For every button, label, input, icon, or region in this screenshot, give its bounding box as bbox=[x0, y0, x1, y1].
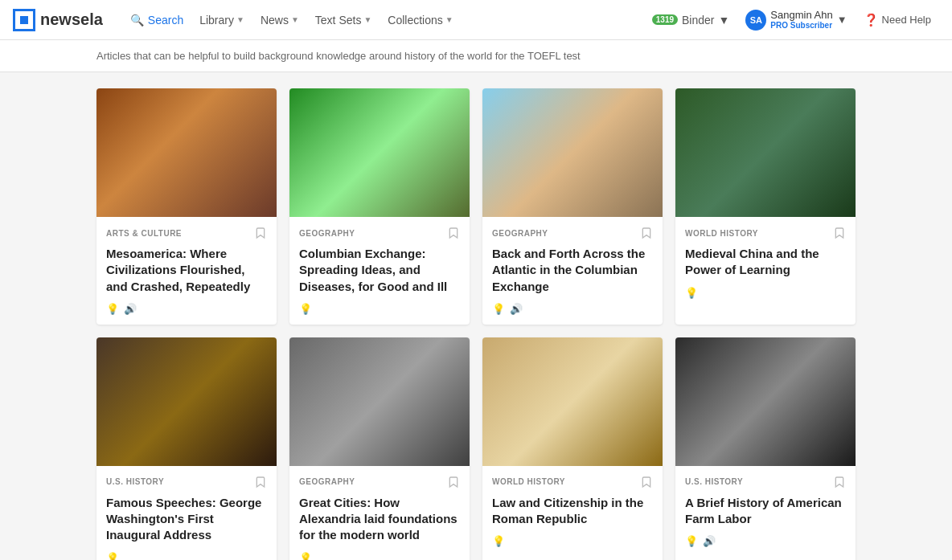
card-title: Great Cities: How Alexandria laid founda… bbox=[299, 495, 460, 544]
collections-chevron: ▼ bbox=[445, 15, 453, 24]
card-body: ARTS & CULTURE Mesoamerica: Where Civili… bbox=[96, 217, 277, 325]
card-image-great-cities bbox=[289, 337, 470, 466]
card-body: WORLD HISTORY Medieval China and the Pow… bbox=[675, 217, 856, 309]
card-title: Columbian Exchange: Spreading Ideas, and… bbox=[299, 246, 460, 295]
card-body: GEOGRAPHY Great Cities: How Alexandria l… bbox=[289, 466, 470, 560]
bookmark-icon[interactable] bbox=[254, 227, 267, 239]
card-title: Mesoamerica: Where Civilizations Flouris… bbox=[106, 246, 267, 295]
card-header-row: GEOGRAPHY bbox=[492, 227, 653, 239]
user-menu[interactable]: SA Sangmin Ahn PRO Subscriber ▼ bbox=[737, 4, 855, 36]
card-title: Back and Forth Across the Atlantic in th… bbox=[492, 246, 653, 295]
binder-button[interactable]: 1319 Binder ▼ bbox=[644, 9, 738, 31]
bookmark-icon[interactable] bbox=[833, 476, 846, 488]
textsets-label: Text Sets bbox=[315, 14, 362, 27]
logo[interactable]: newsela bbox=[13, 9, 103, 31]
card-image-medieval-china bbox=[675, 88, 856, 217]
subtitle-text: Articles that can be helpful to build ba… bbox=[96, 50, 581, 62]
card-body: U.S. HISTORY A Brief History of American… bbox=[675, 466, 856, 558]
card-category: WORLD HISTORY bbox=[685, 229, 758, 238]
card-category: U.S. HISTORY bbox=[106, 477, 164, 486]
card-header-row: WORLD HISTORY bbox=[685, 227, 846, 239]
bookmark-icon[interactable] bbox=[833, 227, 846, 239]
logo-square bbox=[13, 9, 35, 31]
idea-icon: 💡 bbox=[685, 287, 698, 299]
card-header-row: WORLD HISTORY bbox=[492, 476, 653, 488]
card-image-back-forth-atlantic bbox=[482, 88, 663, 217]
textsets-menu[interactable]: Text Sets ▼ bbox=[307, 9, 380, 31]
card-title: Law and Citizenship in the Roman Republi… bbox=[492, 495, 653, 528]
collections-label: Collections bbox=[388, 14, 442, 27]
library-menu[interactable]: Library ▼ bbox=[191, 9, 252, 31]
idea-icon: 💡 bbox=[492, 535, 505, 547]
search-button[interactable]: 🔍 Search bbox=[122, 9, 191, 31]
card-category: GEOGRAPHY bbox=[492, 229, 548, 238]
binder-count-badge: 1319 bbox=[652, 14, 678, 25]
textsets-chevron: ▼ bbox=[363, 15, 371, 24]
collections-menu[interactable]: Collections ▼ bbox=[380, 9, 461, 31]
audio-icon: 🔊 bbox=[124, 303, 137, 315]
card-body: GEOGRAPHY Columbian Exchange: Spreading … bbox=[289, 217, 470, 325]
card-category: U.S. HISTORY bbox=[685, 477, 743, 486]
news-menu[interactable]: News ▼ bbox=[252, 9, 307, 31]
card-famous-speeches[interactable]: U.S. HISTORY Famous Speeches: George Was… bbox=[96, 337, 277, 560]
idea-icon: 💡 bbox=[299, 552, 312, 561]
card-mesoamerica[interactable]: ARTS & CULTURE Mesoamerica: Where Civili… bbox=[96, 88, 277, 325]
library-label: Library bbox=[199, 14, 234, 27]
idea-icon: 💡 bbox=[106, 552, 119, 561]
card-header-row: ARTS & CULTURE bbox=[106, 227, 267, 239]
card-footer: 💡 bbox=[299, 552, 460, 561]
help-label: Need Help bbox=[882, 14, 931, 26]
card-footer: 💡 bbox=[492, 535, 653, 547]
audio-icon: 🔊 bbox=[510, 303, 523, 315]
avatar: SA bbox=[745, 10, 766, 31]
idea-icon: 💡 bbox=[299, 303, 312, 315]
card-footer: 💡 🔊 bbox=[685, 535, 846, 547]
card-image-columbian-exchange bbox=[289, 88, 470, 217]
user-chevron: ▼ bbox=[837, 14, 847, 26]
bookmark-icon[interactable] bbox=[254, 476, 267, 488]
bookmark-icon[interactable] bbox=[447, 476, 460, 488]
user-name: Sangmin Ahn bbox=[770, 9, 832, 22]
pro-badge: PRO Subscriber bbox=[770, 21, 832, 31]
card-footer: 💡 bbox=[299, 303, 460, 315]
bookmark-icon[interactable] bbox=[640, 476, 653, 488]
search-icon: 🔍 bbox=[130, 14, 144, 27]
card-image-mesoamerica bbox=[96, 88, 277, 217]
search-label: Search bbox=[148, 14, 183, 27]
bookmark-icon[interactable] bbox=[447, 227, 460, 239]
card-image-famous-speeches bbox=[96, 337, 277, 466]
card-header-row: U.S. HISTORY bbox=[685, 476, 846, 488]
idea-icon: 💡 bbox=[492, 303, 505, 315]
card-image-farm-labor bbox=[675, 337, 856, 466]
idea-icon: 💡 bbox=[106, 303, 119, 315]
card-medieval-china[interactable]: WORLD HISTORY Medieval China and the Pow… bbox=[675, 88, 856, 325]
card-header-row: U.S. HISTORY bbox=[106, 476, 267, 488]
card-body: WORLD HISTORY Law and Citizenship in the… bbox=[482, 466, 663, 558]
card-footer: 💡 bbox=[106, 552, 267, 561]
card-back-forth-atlantic[interactable]: GEOGRAPHY Back and Forth Across the Atla… bbox=[482, 88, 663, 325]
news-label: News bbox=[261, 14, 289, 27]
card-columbian-exchange[interactable]: GEOGRAPHY Columbian Exchange: Spreading … bbox=[289, 88, 470, 325]
news-chevron: ▼ bbox=[291, 15, 299, 24]
help-button[interactable]: ❓ Need Help bbox=[856, 8, 939, 32]
idea-icon: 💡 bbox=[685, 535, 698, 547]
card-header-row: GEOGRAPHY bbox=[299, 227, 460, 239]
card-category: WORLD HISTORY bbox=[492, 477, 565, 486]
card-body: U.S. HISTORY Famous Speeches: George Was… bbox=[96, 466, 277, 560]
main-content: ARTS & CULTURE Mesoamerica: Where Civili… bbox=[0, 72, 952, 560]
library-chevron: ▼ bbox=[236, 15, 244, 24]
card-great-cities[interactable]: GEOGRAPHY Great Cities: How Alexandria l… bbox=[289, 337, 470, 560]
logo-inner bbox=[20, 16, 28, 24]
binder-chevron: ▼ bbox=[718, 14, 729, 27]
audio-icon: 🔊 bbox=[703, 535, 716, 547]
card-roman-republic[interactable]: WORLD HISTORY Law and Citizenship in the… bbox=[482, 337, 663, 560]
card-footer: 💡 🔊 bbox=[106, 303, 267, 315]
card-grid: ARTS & CULTURE Mesoamerica: Where Civili… bbox=[96, 88, 856, 560]
binder-label: Binder bbox=[682, 14, 714, 27]
card-body: GEOGRAPHY Back and Forth Across the Atla… bbox=[482, 217, 663, 325]
bookmark-icon[interactable] bbox=[640, 227, 653, 239]
card-header-row: GEOGRAPHY bbox=[299, 476, 460, 488]
card-category: ARTS & CULTURE bbox=[106, 229, 182, 238]
card-title: Famous Speeches: George Washington's Fir… bbox=[106, 495, 267, 544]
card-farm-labor[interactable]: U.S. HISTORY A Brief History of American… bbox=[675, 337, 856, 560]
